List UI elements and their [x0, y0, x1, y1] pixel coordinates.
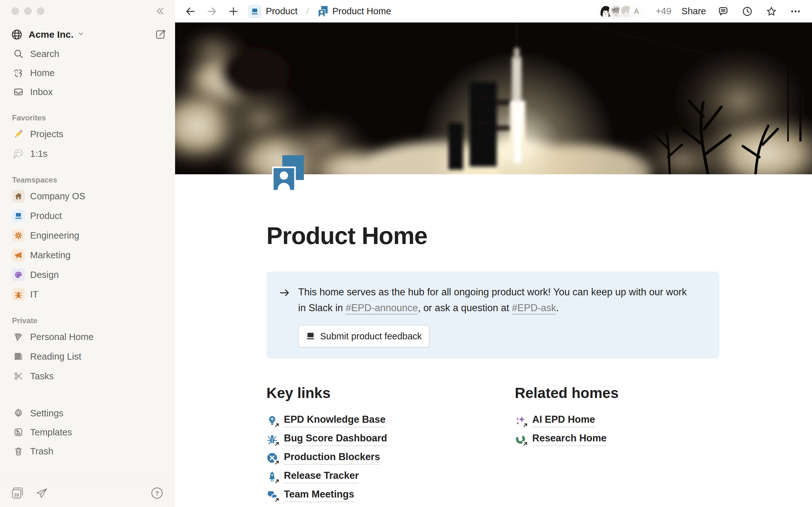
back-button[interactable]	[183, 4, 197, 18]
palette-icon	[12, 268, 25, 281]
sidebar-item-label: 1:1s	[30, 149, 48, 159]
sidebar-item-label: Design	[30, 270, 59, 280]
ring-chart-icon	[515, 434, 526, 445]
link-arrow-icon	[274, 460, 280, 465]
sidebar-section-teamspaces: Teamspaces	[0, 176, 175, 184]
slack-channel-link-epd-announce[interactable]: #EPD-announce	[346, 302, 418, 315]
link-arrow-icon	[274, 478, 280, 484]
sidebar-item-company-os[interactable]: Company OS	[0, 186, 175, 206]
lightbulb-icon	[266, 415, 278, 426]
sidebar-item-engineering[interactable]: Engineering	[0, 226, 175, 245]
arrow-left-icon	[185, 6, 196, 17]
chat-bubbles-icon	[266, 490, 278, 501]
sidebar-item-product[interactable]: Product	[0, 206, 175, 226]
breadcrumb-product[interactable]: Product	[248, 5, 298, 18]
sidebar-item-projects[interactable]: Projects	[0, 124, 175, 144]
sidebar-item-templates[interactable]: Templates	[0, 423, 175, 442]
forward-button[interactable]	[205, 4, 219, 18]
notion-app-window: Acme Inc. Search Home Inbox	[0, 0, 812, 507]
link-release-tracker[interactable]: Release Tracker	[266, 469, 515, 484]
history-button[interactable]	[740, 4, 754, 18]
help-button[interactable]: ?	[150, 486, 164, 501]
workspace-name: Acme Inc.	[29, 29, 73, 40]
link-arrow-icon	[274, 422, 280, 428]
sidebar-item-label: Templates	[30, 427, 72, 438]
inbox-icon	[12, 86, 25, 98]
double-chevron-left-icon	[154, 5, 166, 17]
page-icon-portrait[interactable]	[272, 155, 304, 191]
breadcrumb-separator: /	[306, 6, 309, 16]
chevron-down-icon	[78, 31, 84, 39]
sidebar-item-it[interactable]: IT	[0, 285, 175, 304]
pencil-emoji-icon	[12, 128, 25, 140]
callout-text: This home serves as the hub for all ongo…	[298, 284, 695, 348]
compose-icon	[155, 29, 167, 41]
window-minimize-button[interactable]	[24, 7, 32, 15]
link-arrow-icon	[274, 441, 280, 447]
sidebar-item-settings[interactable]: Settings	[0, 404, 175, 423]
sidebar-collapse-button[interactable]	[153, 4, 167, 18]
globe-icon	[11, 29, 23, 41]
link-epd-knowledge-base[interactable]: EPD Knowledge Base	[266, 413, 515, 428]
page-content: Product Home This home serves as the hub…	[175, 174, 812, 507]
question-mark-icon: ?	[150, 486, 164, 500]
sidebar-item-label: Home	[30, 68, 55, 78]
sidebar-item-home[interactable]: Home	[0, 63, 175, 82]
calendar-button[interactable]: 28	[11, 487, 24, 501]
sidebar-item-label: Settings	[30, 408, 63, 418]
calendar-day-number: 28	[14, 492, 19, 497]
comments-button[interactable]	[716, 4, 730, 18]
sidebar-item-label: Marketing	[30, 250, 70, 261]
sidebar-item-personal-home[interactable]: Personal Home	[0, 327, 175, 347]
window-zoom-button[interactable]	[37, 7, 44, 15]
sidebar-item-reading-list[interactable]: Reading List	[0, 347, 175, 366]
link-team-meetings[interactable]: Team Meetings	[266, 488, 515, 502]
submit-product-feedback-button[interactable]: Submit product feedback	[298, 325, 429, 348]
new-page-button[interactable]	[153, 27, 168, 42]
sidebar-item-trash[interactable]: Trash	[0, 442, 175, 461]
sidebar-item-inbox[interactable]: Inbox	[0, 82, 175, 101]
slack-channel-link-epd-ask[interactable]: #EPD-ask	[512, 302, 556, 315]
workspace-switcher[interactable]: Acme Inc.	[0, 25, 175, 44]
avatar-overflow-a: A	[629, 4, 644, 19]
sidebar-item-label: Company OS	[30, 191, 85, 202]
sidebar-section-favorites: Favorites	[0, 113, 175, 122]
sidebar-item-label: Search	[30, 49, 59, 59]
sidebar-item-1-1s[interactable]: 1:1s	[0, 144, 175, 164]
blocked-circle-icon	[266, 452, 278, 464]
rocket-launch-photo	[175, 22, 812, 174]
callout-block[interactable]: This home serves as the hub for all ongo…	[266, 272, 719, 358]
related-homes-heading: Related homes	[515, 384, 719, 401]
laptop-icon	[248, 5, 261, 18]
trash-icon	[12, 445, 25, 458]
settings-gear-icon	[12, 407, 25, 419]
main-area: Product / Product Home	[175, 0, 812, 507]
link-production-blockers[interactable]: Production Blockers	[266, 451, 515, 465]
sidebar-item-search[interactable]: Search	[0, 44, 175, 63]
breadcrumb-product-home[interactable]: Product Home	[318, 6, 391, 17]
sidebar-item-label: Inbox	[30, 87, 53, 97]
sidebar-item-tasks[interactable]: Tasks	[0, 366, 175, 386]
link-research-home[interactable]: Research Home	[515, 432, 719, 446]
gear-icon	[12, 229, 25, 242]
member-avatars[interactable]: A	[599, 4, 644, 19]
sidebar: Acme Inc. Search Home Inbox	[0, 0, 175, 507]
page-cover-image[interactable]	[175, 22, 812, 174]
rocket-icon	[266, 471, 278, 482]
sidebar-footer: 28 ?	[0, 480, 175, 507]
window-close-button[interactable]	[11, 7, 19, 15]
star-icon	[766, 6, 777, 17]
more-options-button[interactable]	[789, 4, 803, 18]
sidebar-item-marketing[interactable]: Marketing	[0, 245, 175, 265]
send-button[interactable]	[36, 487, 48, 501]
sidebar-item-label: Engineering	[30, 230, 79, 241]
favorite-button[interactable]	[764, 4, 778, 18]
share-button[interactable]: Share	[681, 6, 706, 16]
page-title[interactable]: Product Home	[266, 222, 812, 249]
link-arrow-icon	[522, 441, 528, 447]
bug-icon	[12, 288, 25, 301]
link-ai-epd-home[interactable]: AI EPD Home	[515, 413, 719, 428]
new-tab-button[interactable]	[226, 4, 241, 18]
link-bug-score-dashboard[interactable]: Bug Score Dashboard	[266, 432, 515, 446]
sidebar-item-design[interactable]: Design	[0, 265, 175, 285]
